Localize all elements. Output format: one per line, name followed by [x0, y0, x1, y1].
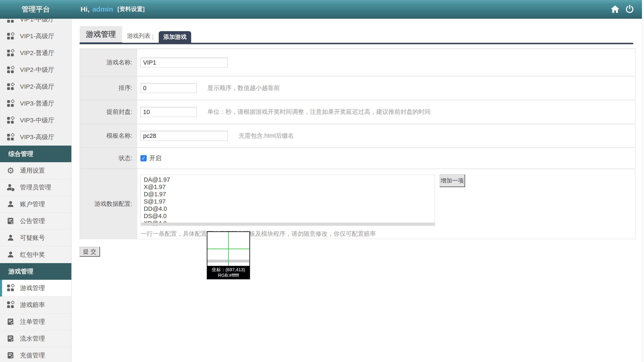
sidebar-item-label: VIP2-高级厅 [20, 82, 54, 91]
main-content: 游戏管理 游戏列表 | 添加游戏 游戏名称: 排序: 显示顺序，数值越小越靠前 … [72, 19, 644, 362]
grid-icon [6, 49, 15, 57]
lock-ahead-input[interactable] [140, 107, 196, 117]
crosshair-horizontal-line [208, 249, 250, 249]
sidebar-item-label: 管理员管理 [20, 183, 51, 192]
sidebar-item-label: VIP3-普通厅 [20, 99, 54, 108]
top-header-bar: 管理平台 Hi, admin [资料设置] [0, 0, 644, 19]
sidebar-item-recharge-management[interactable]: 充值管理 [0, 347, 71, 362]
lock-ahead-hint: 单位：秒，请根据游戏开奖时间调整，注意如果开奖延迟过高，建议推前封盘的时间 [208, 108, 430, 116]
sidebar-item-turnover-management[interactable]: 流水管理 [0, 330, 71, 347]
template-name-input[interactable] [140, 131, 228, 141]
username: admin [92, 5, 113, 13]
form-row-lock-ahead: 提前封盘: 单位：秒，请根据游戏开奖时间调整，注意如果开奖延迟过高，建议推前封盘… [80, 100, 635, 124]
document-icon [6, 317, 15, 326]
grid-icon [6, 99, 15, 108]
sidebar-item-label: VIP3-中级厅 [20, 116, 54, 125]
status-label: 状态: [80, 148, 137, 169]
sidebar-item-label: 流水管理 [20, 334, 45, 343]
tab-add-game[interactable]: 添加游戏 [159, 31, 191, 43]
sidebar-item-general-settings[interactable]: 通用设置 [0, 162, 71, 179]
game-name-input[interactable] [140, 57, 228, 67]
sidebar-item-account-management[interactable]: 账户管理 [0, 196, 71, 213]
user-icon [6, 250, 15, 259]
textarea-horizontal-scrollbar[interactable] [141, 223, 434, 225]
form-row-template-name: 模板名称: 无需包含.html后缀名 [80, 124, 635, 148]
game-data-config-label: 游戏数据配置: [80, 169, 137, 239]
magnifier-coords: 坐标：(697,413) [208, 267, 250, 272]
magnifier-rgb: RGB:#ffffff [208, 272, 250, 278]
document-icon [6, 217, 15, 225]
add-game-form: 游戏名称: 排序: 显示顺序，数值越小越靠前 提前封盘: 单位：秒，请根据游戏开… [80, 49, 636, 239]
lock-ahead-label: 提前封盘: [80, 100, 137, 124]
sidebar-item-suspicious-accounts[interactable]: 可疑账号 [0, 229, 71, 246]
tab-separator: | [152, 33, 154, 40]
sidebar-section-general: 综合管理 [0, 146, 71, 162]
sidebar-item-game-odds[interactable]: 游戏赔率 [0, 297, 71, 313]
sidebar-item-label: 充值管理 [20, 351, 45, 360]
sidebar-item-game-management[interactable]: 游戏管理 [0, 280, 71, 297]
form-row-game-name: 游戏名称: [80, 49, 635, 76]
sidebar-item-label: 账户管理 [20, 200, 45, 208]
document-icon [6, 334, 15, 343]
sidebar-item-label: VIP1-高级厅 [20, 32, 54, 40]
home-icon[interactable] [610, 5, 620, 13]
sidebar-item-vip1-mid[interactable]: VIP1-中级厅 [0, 19, 71, 28]
gear-icon [6, 166, 15, 175]
sidebar-item-admin-management[interactable]: 管理员管理 [0, 179, 71, 196]
sidebar-item-vip2-high[interactable]: VIP2-高级厅 [0, 78, 71, 95]
template-name-label: 模板名称: [80, 124, 137, 148]
tab-game-list[interactable]: 游戏列表 [127, 32, 150, 40]
sidebar-nav: VIP1-中级厅 VIP1-高级厅 VIP2-普通厅 [0, 19, 72, 362]
status-checkbox[interactable] [140, 155, 147, 161]
magnifier-readout: 坐标：(697,413) RGB:#ffffff [208, 266, 250, 279]
sidebar-item-label: VIP3-高级厅 [20, 133, 54, 142]
user-icon [6, 233, 15, 242]
status-checkbox-label: 开启 [149, 154, 162, 163]
sidebar-item-label: 可疑账号 [20, 234, 45, 242]
form-row-game-data-config: 游戏数据配置: DA@1.97 X@1.97 D@1.97 S@1.97 DD@… [80, 169, 635, 239]
user-greeting: Hi, admin [资料设置] [80, 0, 144, 18]
sidebar-section-games: 游戏管理 [0, 263, 71, 280]
user-icon [6, 200, 15, 208]
sidebar-item-label: 公告管理 [20, 217, 45, 225]
sidebar-item-vip3-high[interactable]: VIP3-高级厅 [0, 129, 71, 146]
sidebar-item-vip1-high[interactable]: VIP1-高级厅 [0, 28, 71, 45]
config-textarea-wrap: DA@1.97 X@1.97 D@1.97 S@1.97 DD@4.0 DS@4… [140, 175, 435, 226]
template-name-hint: 无需包含.html后缀名 [238, 132, 294, 140]
sidebar-item-label: 通用设置 [20, 166, 45, 175]
grid-icon [6, 66, 15, 74]
sort-order-label: 排序: [80, 76, 137, 100]
sidebar-item-vip3-mid[interactable]: VIP3-中级厅 [0, 112, 71, 129]
sidebar-item-vip2-mid[interactable]: VIP2-中级厅 [0, 61, 71, 78]
sidebar-item-label: VIP2-普通厅 [20, 49, 54, 57]
greeting-text: Hi, [80, 5, 90, 13]
color-picker-magnifier: 坐标：(697,413) RGB:#ffffff [207, 231, 250, 279]
page-title: 游戏管理 [80, 26, 122, 43]
add-item-button[interactable]: 增加一项 [440, 175, 465, 187]
sidebar-item-bet-orders[interactable]: 注单管理 [0, 313, 71, 330]
grid-icon [6, 116, 15, 125]
grid-icon [6, 301, 15, 309]
sidebar-item-redpacket-winning[interactable]: 红包中奖 [0, 246, 71, 263]
profile-settings-link[interactable]: [资料设置] [118, 5, 145, 13]
admin-user-icon [6, 183, 15, 192]
page-scrollbar[interactable] [642, 0, 644, 362]
sort-order-hint: 显示顺序，数值越小越靠前 [208, 84, 280, 92]
logout-power-icon[interactable] [625, 4, 634, 14]
grid-icon [6, 82, 15, 91]
sidebar-item-label: VIP2-中级厅 [20, 66, 54, 74]
grid-icon [6, 32, 15, 41]
sort-order-input[interactable] [140, 83, 196, 93]
magnifier-view [208, 232, 250, 266]
game-data-config-textarea[interactable]: DA@1.97 X@1.97 D@1.97 S@1.97 DD@4.0 DS@4… [140, 175, 435, 226]
sidebar-item-vip3-normal[interactable]: VIP3-普通厅 [0, 95, 71, 112]
header-actions [610, 0, 634, 18]
submit-button[interactable]: 提 交 [80, 247, 100, 257]
form-row-status: 状态: 开启 [80, 148, 635, 169]
sidebar-item-label: 游戏赔率 [20, 301, 45, 309]
app-title: 管理平台 [0, 0, 72, 18]
game-name-label: 游戏名称: [80, 49, 137, 76]
sidebar-item-vip2-normal[interactable]: VIP2-普通厅 [0, 45, 71, 61]
sidebar-item-announcement-management[interactable]: 公告管理 [0, 213, 71, 229]
sidebar-item-label: 注单管理 [20, 318, 45, 326]
